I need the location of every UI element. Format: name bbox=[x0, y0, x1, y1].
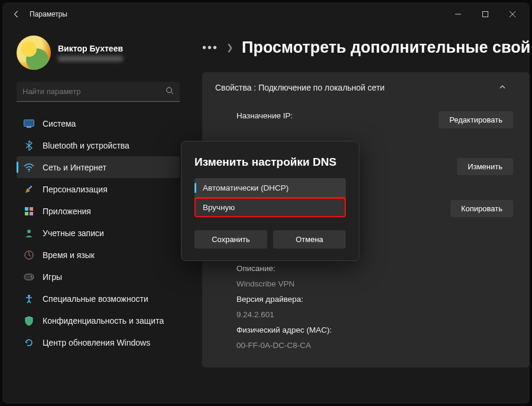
time-language-icon bbox=[24, 250, 34, 260]
sidebar-item-label: Учетные записи bbox=[43, 228, 104, 238]
svg-rect-7 bbox=[28, 185, 32, 189]
change-button[interactable]: Изменить bbox=[457, 158, 513, 175]
system-icon bbox=[24, 118, 34, 129]
bluetooth-icon bbox=[24, 140, 34, 151]
privacy-icon bbox=[24, 315, 34, 326]
dialog-title: Изменить настройки DNS bbox=[194, 156, 346, 169]
breadcrumb-more[interactable]: ••• bbox=[202, 41, 218, 54]
apps-icon bbox=[24, 206, 34, 217]
dns-settings-dialog: Изменить настройки DNS Автоматически (DH… bbox=[181, 141, 359, 261]
svg-rect-4 bbox=[24, 120, 34, 126]
sidebar-item-label: Система bbox=[43, 119, 76, 128]
user-name: Виктор Бухтеев bbox=[58, 44, 123, 53]
dropdown-option-auto[interactable]: Автоматически (DHCP) bbox=[194, 178, 346, 198]
svg-point-12 bbox=[27, 230, 31, 233]
sidebar-item-bluetooth[interactable]: Bluetooth и устройства bbox=[17, 134, 180, 156]
svg-point-17 bbox=[28, 295, 30, 297]
window-title: Параметры bbox=[30, 10, 67, 18]
cancel-button[interactable]: Отмена bbox=[273, 230, 346, 249]
sidebar-item-label: Сеть и Интернет bbox=[43, 163, 106, 172]
sidebar-item-label: Bluetooth и устройства bbox=[43, 141, 129, 150]
chevron-right-icon: ❯ bbox=[226, 43, 233, 52]
panel-header-label: Свойства : Подключение по локальной сети bbox=[215, 83, 385, 92]
dropdown-option-label: Вручную bbox=[203, 203, 235, 212]
panel-header[interactable]: Свойства : Подключение по локальной сети bbox=[202, 72, 530, 103]
update-icon bbox=[24, 337, 34, 348]
mac-label: Физический адрес (MAC): bbox=[236, 323, 517, 338]
description-label: Описание: bbox=[236, 261, 517, 276]
copy-button[interactable]: Копировать bbox=[450, 200, 513, 217]
page-title: Просмотреть дополнительные свой bbox=[242, 38, 530, 57]
sidebar: Виктор Бухтеев Система Bluetooth и устро… bbox=[2, 26, 186, 404]
minimize-button[interactable] bbox=[445, 5, 472, 24]
svg-rect-1 bbox=[483, 12, 488, 17]
driver-version-label: Версия драйвера: bbox=[236, 292, 517, 307]
settings-window: Параметры Виктор Бухтеев bbox=[2, 2, 530, 404]
sidebar-item-gaming[interactable]: Игры bbox=[17, 266, 180, 288]
search-icon bbox=[166, 86, 174, 96]
dropdown-option-label: Автоматически (DHCP) bbox=[203, 183, 288, 192]
svg-line-3 bbox=[171, 92, 174, 95]
svg-point-16 bbox=[31, 278, 33, 279]
sidebar-item-label: Персонализация bbox=[43, 185, 108, 194]
wifi-icon bbox=[24, 162, 34, 173]
sidebar-item-time-language[interactable]: Время и язык bbox=[17, 244, 180, 266]
svg-rect-9 bbox=[30, 207, 33, 211]
info-block: Windscribe.com Описание: Windscribe VPN … bbox=[202, 246, 530, 353]
personalization-icon bbox=[24, 184, 34, 195]
svg-point-15 bbox=[31, 276, 32, 277]
close-button[interactable] bbox=[499, 5, 526, 24]
dns-mode-dropdown[interactable]: Автоматически (DHCP) Вручную bbox=[194, 178, 346, 217]
sidebar-item-update[interactable]: Центр обновления Windows bbox=[17, 331, 180, 353]
search-box[interactable] bbox=[17, 82, 180, 102]
sidebar-item-label: Специальные возможности bbox=[43, 294, 148, 304]
sidebar-item-accessibility[interactable]: Специальные возможности bbox=[17, 288, 180, 310]
sidebar-item-apps[interactable]: Приложения bbox=[17, 200, 180, 222]
user-email-blurred bbox=[58, 56, 123, 62]
sidebar-item-system[interactable]: Система bbox=[17, 112, 180, 134]
accessibility-icon bbox=[24, 294, 34, 304]
sidebar-item-label: Время и язык bbox=[43, 250, 95, 260]
maximize-button[interactable] bbox=[472, 5, 499, 24]
svg-point-2 bbox=[167, 88, 172, 93]
search-input[interactable] bbox=[22, 87, 166, 96]
gaming-icon bbox=[24, 272, 34, 282]
svg-rect-8 bbox=[25, 207, 28, 211]
driver-version-value: 9.24.2.601 bbox=[236, 307, 517, 323]
edit-button[interactable]: Редактировать bbox=[439, 111, 513, 128]
svg-rect-11 bbox=[30, 212, 33, 215]
svg-rect-14 bbox=[24, 274, 34, 280]
sidebar-item-label: Центр обновления Windows bbox=[43, 338, 150, 347]
sidebar-item-personalization[interactable]: Персонализация bbox=[17, 178, 180, 200]
breadcrumb: ••• ❯ Просмотреть дополнительные свой bbox=[202, 31, 530, 64]
avatar bbox=[17, 36, 51, 70]
sidebar-item-label: Приложения bbox=[43, 207, 91, 216]
ip-assignment-row: Назначение IP: Редактировать bbox=[202, 107, 530, 133]
svg-point-6 bbox=[28, 170, 30, 172]
svg-rect-10 bbox=[25, 212, 28, 215]
sidebar-item-accounts[interactable]: Учетные записи bbox=[17, 222, 180, 244]
save-button[interactable]: Сохранить bbox=[194, 230, 267, 249]
back-button[interactable] bbox=[6, 4, 27, 25]
ip-assignment-label: Назначение IP: bbox=[215, 111, 351, 120]
chevron-up-icon bbox=[499, 83, 506, 92]
svg-rect-5 bbox=[27, 127, 31, 128]
sidebar-item-network[interactable]: Сеть и Интернет bbox=[17, 156, 180, 178]
sidebar-item-label: Игры bbox=[43, 272, 62, 282]
mac-value: 00-FF-0A-DC-C8-CA bbox=[236, 338, 517, 353]
accounts-icon bbox=[24, 228, 34, 239]
sidebar-item-privacy[interactable]: Конфиденциальность и защита bbox=[17, 310, 180, 331]
description-value: Windscribe VPN bbox=[236, 276, 517, 292]
titlebar: Параметры bbox=[2, 2, 530, 26]
user-profile[interactable]: Виктор Бухтеев bbox=[17, 36, 180, 70]
dropdown-option-manual[interactable]: Вручную bbox=[194, 198, 346, 217]
sidebar-item-label: Конфиденциальность и защита bbox=[43, 316, 164, 326]
